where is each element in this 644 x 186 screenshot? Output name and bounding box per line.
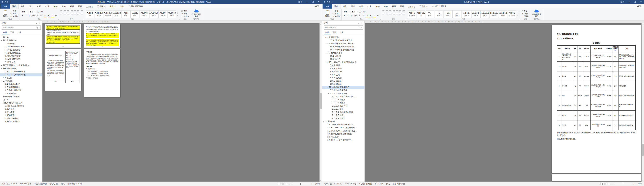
justify-icon[interactable] bbox=[71, 13, 73, 15]
tab-home[interactable]: 开始 bbox=[332, 4, 341, 8]
document-area[interactable]: 片、中型号、中铭牌、中购置发票及税码（购置时间早于招标公告之日），以上材料缺一项… bbox=[42, 23, 322, 182]
nav-options-icon[interactable]: ▾ bbox=[357, 22, 360, 24]
share-button[interactable]: 共享 bbox=[315, 5, 319, 8]
font-format-button[interactable]: A bbox=[366, 14, 368, 17]
nav-close-icon[interactable]: × bbox=[360, 22, 363, 24]
font-name-combo[interactable]: 宋体▾ bbox=[21, 10, 28, 13]
numbered-list-icon[interactable] bbox=[386, 10, 388, 12]
nav-heading-item[interactable]: 7. 联系方式 bbox=[0, 61, 42, 64]
tab-review[interactable]: 审阅 bbox=[382, 4, 390, 8]
style-chip[interactable]: AaBbCcD标题 6 bbox=[168, 10, 176, 18]
tab-acrobat[interactable]: Acrobat bbox=[406, 5, 418, 8]
font-format-button[interactable]: A bbox=[373, 14, 376, 17]
scroll-down-icon[interactable]: ▼ bbox=[320, 180, 322, 181]
page-indicator[interactable]: 第 41 页，共 73 页 bbox=[2, 183, 18, 185]
nav-heading-item[interactable]: 2.11.2.2. 闪点仪 bbox=[322, 98, 364, 101]
nav-heading-item[interactable]: ▶ 2.7. 荣誉证书 bbox=[322, 36, 364, 39]
find-button[interactable]: 查找▾ bbox=[181, 10, 189, 12]
minimize-button[interactable]: — bbox=[626, 0, 632, 4]
nav-heading-item[interactable]: 2.1 初步评审标准 bbox=[0, 83, 42, 86]
style-chip[interactable]: AaBbCcI无 Sp... bbox=[113, 10, 122, 18]
tell-me-search[interactable]: 操作说明搜索 bbox=[128, 5, 143, 8]
scroll-up-icon[interactable]: ▲ bbox=[642, 24, 644, 25]
zoom-slider[interactable] bbox=[292, 184, 310, 184]
nav-tab-results[interactable]: 结果 bbox=[338, 31, 345, 35]
nav-heading-item[interactable]: 3.4 评标结果 bbox=[0, 92, 42, 95]
zoom-out-icon[interactable]: − bbox=[612, 183, 612, 185]
font-format-button[interactable]: B bbox=[21, 14, 24, 17]
shading-icon[interactable] bbox=[400, 13, 402, 15]
style-chip[interactable]: AaBbC标题 2 bbox=[131, 10, 140, 18]
nav-heading-item[interactable]: 3.1. 《破乳剂采购所需销售…》 bbox=[322, 123, 364, 126]
gallery-more-icon[interactable]: ▿ bbox=[518, 15, 518, 16]
align-left-icon[interactable] bbox=[60, 13, 62, 15]
nav-heading-item[interactable]: 2.10.3. 李江任 bbox=[322, 70, 364, 73]
nav-heading-item[interactable]: ▼ 2.8. 破乳剂家族新产品、新技术… bbox=[322, 42, 364, 45]
nav-heading-item[interactable]: 5. 投标文件的递交 bbox=[0, 54, 42, 58]
nav-heading-item[interactable]: ▼ 3. 其他资料 bbox=[322, 120, 364, 123]
zoom-level[interactable]: 100% bbox=[314, 183, 320, 185]
nav-heading-item[interactable]: 2.10.6. 康丽丽 bbox=[322, 79, 364, 83]
scroll-up-icon[interactable]: ▲ bbox=[320, 24, 322, 25]
style-chip[interactable]: AaBbCcDfont21 bbox=[95, 10, 103, 18]
nav-tab-headings[interactable]: 标题 bbox=[324, 31, 331, 35]
tab-insert[interactable]: 插入 bbox=[18, 4, 27, 8]
expand-collapse-icon[interactable]: ▼ bbox=[326, 62, 328, 63]
tab-help[interactable]: 帮助 bbox=[398, 4, 406, 8]
nav-heading-item[interactable]: 2.7.1. “中国500强企业”企业 bbox=[322, 39, 364, 42]
nav-search-input[interactable]: 在文档中搜索 ▾ bbox=[2, 25, 41, 29]
close-button[interactable]: × bbox=[638, 0, 644, 4]
nav-heading-item[interactable]: 3.6. 标准、检测行业归口文件 bbox=[322, 139, 364, 142]
scroll-down-icon[interactable]: ▼ bbox=[642, 180, 644, 181]
increase-indent-icon[interactable] bbox=[74, 10, 76, 12]
save-to-baidu-pan-button[interactable]: 保存到百度网盘 bbox=[192, 9, 202, 18]
expand-collapse-icon[interactable]: ▼ bbox=[326, 52, 328, 54]
nav-heading-item[interactable]: ▼ 评标办法前附表 bbox=[0, 67, 42, 70]
nav-heading-item[interactable]: 第2章 投标文件格式 bbox=[0, 95, 42, 98]
tab-mailings[interactable]: 邮件 bbox=[52, 4, 60, 8]
nav-heading-item[interactable]: ▼ 第五章 合同条款及格式 bbox=[0, 101, 42, 105]
dialog-launcher-icon[interactable] bbox=[380, 19, 381, 20]
nav-heading-item[interactable]: 第二章 bbox=[0, 98, 42, 101]
copy-button[interactable]: ⎘复制 bbox=[332, 13, 340, 15]
document-area[interactable]: 2.11. 实验和检测设备情况 2.11.1. 检验设备清单 设备清单 bbox=[365, 23, 644, 182]
tab-table-layout[interactable]: 布局 bbox=[118, 4, 126, 8]
web-layout-icon[interactable] bbox=[286, 183, 288, 185]
tab-references[interactable]: 引用 bbox=[43, 4, 52, 8]
zoom-level[interactable]: 90% bbox=[636, 183, 642, 185]
style-chip[interactable]: I.标题 2 bbox=[435, 10, 444, 18]
replace-button[interactable]: ⇄替换 bbox=[522, 13, 529, 15]
align-right-icon[interactable] bbox=[67, 13, 70, 15]
page-indicator[interactable]: 第 684 页，共 763 页 bbox=[324, 183, 342, 185]
select-button[interactable]: ▭选择▾ bbox=[181, 15, 189, 17]
web-layout-icon[interactable] bbox=[608, 183, 610, 185]
style-chip[interactable]: AABBCCI标题 4 bbox=[149, 10, 158, 18]
qat-customize-icon[interactable]: ▾ bbox=[10, 1, 10, 3]
style-chip[interactable]: AaBbC15 bbox=[86, 10, 94, 18]
style-chip[interactable]: 1.1.1.1.1.标题 6 bbox=[471, 10, 480, 18]
nav-heading-item[interactable]: 2.2 详细评审标准 bbox=[0, 86, 42, 89]
bullet-list-icon[interactable] bbox=[382, 10, 384, 12]
zoom-slider-thumb[interactable] bbox=[622, 183, 623, 185]
line-spacing-icon[interactable] bbox=[396, 13, 398, 15]
nav-tab-headings[interactable]: 标题 bbox=[2, 31, 9, 35]
nav-heading-item[interactable]: 3.4. 化学品危险性分类明细表 bbox=[322, 133, 364, 136]
restore-button[interactable]: ❐ bbox=[310, 0, 316, 4]
increase-indent-icon[interactable] bbox=[396, 10, 398, 12]
font-size-combo[interactable]: 五号▾ bbox=[29, 10, 36, 13]
tab-baidu-pan[interactable]: 百度网盘 bbox=[95, 4, 108, 8]
nav-heading-item[interactable]: 2.风险金额 bbox=[0, 108, 42, 111]
sort-icon[interactable] bbox=[78, 10, 80, 12]
style-chip[interactable]: 1.1.1.1.标题 5 bbox=[462, 10, 471, 18]
vertical-scrollbar[interactable]: ▲ ▼ bbox=[320, 23, 322, 182]
insert-mode-indicator[interactable]: 插入 bbox=[386, 183, 390, 185]
share-button[interactable]: 共享 bbox=[637, 5, 641, 8]
borders-icon[interactable] bbox=[403, 13, 405, 15]
dialog-launcher-icon[interactable] bbox=[340, 19, 341, 20]
nav-heading-item[interactable]: 2.8.2. 一种降凝采收油的采油… bbox=[322, 48, 364, 51]
scrollbar-thumb[interactable] bbox=[642, 144, 644, 156]
save-icon[interactable]: ⊟ bbox=[2, 1, 3, 3]
format-painter-button[interactable]: 🖌格式刷 bbox=[332, 15, 340, 17]
align-center-icon[interactable] bbox=[386, 13, 388, 15]
multilevel-list-icon[interactable] bbox=[67, 10, 70, 12]
